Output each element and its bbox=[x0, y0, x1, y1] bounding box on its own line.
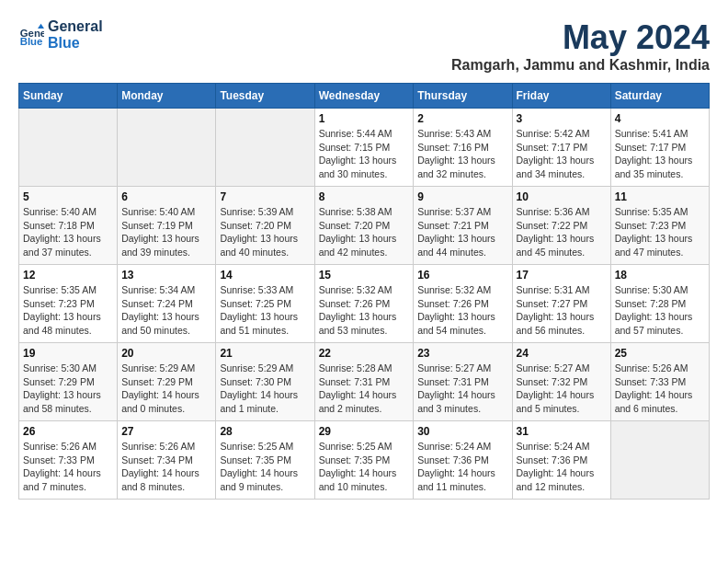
week-row-1: 1Sunrise: 5:44 AMSunset: 7:15 PMDaylight… bbox=[19, 109, 710, 187]
calendar-cell bbox=[610, 421, 709, 500]
day-info: Sunrise: 5:24 AMSunset: 7:36 PMDaylight:… bbox=[517, 440, 607, 494]
calendar-cell: 30Sunrise: 5:24 AMSunset: 7:36 PMDayligh… bbox=[414, 421, 512, 500]
calendar-cell: 21Sunrise: 5:29 AMSunset: 7:30 PMDayligh… bbox=[216, 343, 314, 421]
calendar-cell: 22Sunrise: 5:28 AMSunset: 7:31 PMDayligh… bbox=[314, 343, 414, 421]
calendar-cell: 29Sunrise: 5:25 AMSunset: 7:35 PMDayligh… bbox=[314, 421, 414, 500]
page-header: General Blue General Blue May 2024 Ramga… bbox=[18, 18, 710, 74]
calendar-cell: 26Sunrise: 5:26 AMSunset: 7:33 PMDayligh… bbox=[19, 421, 118, 500]
week-row-2: 5Sunrise: 5:40 AMSunset: 7:18 PMDaylight… bbox=[19, 187, 710, 265]
location-title: Ramgarh, Jammu and Kashmir, India bbox=[451, 57, 710, 74]
calendar-cell: 7Sunrise: 5:39 AMSunset: 7:20 PMDaylight… bbox=[216, 187, 314, 265]
month-year-title: May 2024 bbox=[451, 18, 710, 57]
day-info: Sunrise: 5:26 AMSunset: 7:34 PMDaylight:… bbox=[121, 440, 211, 494]
day-number: 10 bbox=[517, 190, 607, 203]
calendar-cell: 24Sunrise: 5:27 AMSunset: 7:32 PMDayligh… bbox=[512, 343, 610, 421]
day-number: 12 bbox=[23, 269, 113, 282]
day-number: 7 bbox=[220, 190, 310, 203]
day-info: Sunrise: 5:39 AMSunset: 7:20 PMDaylight:… bbox=[220, 205, 310, 259]
calendar-cell: 17Sunrise: 5:31 AMSunset: 7:27 PMDayligh… bbox=[512, 265, 610, 343]
day-info: Sunrise: 5:24 AMSunset: 7:36 PMDaylight:… bbox=[417, 440, 507, 494]
day-info: Sunrise: 5:32 AMSunset: 7:26 PMDaylight:… bbox=[417, 283, 507, 338]
day-info: Sunrise: 5:25 AMSunset: 7:35 PMDaylight:… bbox=[319, 440, 410, 494]
weekday-header-saturday: Saturday bbox=[610, 84, 709, 109]
svg-marker-2 bbox=[38, 23, 44, 28]
calendar-cell bbox=[19, 109, 118, 187]
day-number: 19 bbox=[23, 347, 113, 360]
day-number: 11 bbox=[615, 190, 705, 203]
weekday-header-tuesday: Tuesday bbox=[216, 84, 314, 109]
calendar-cell: 13Sunrise: 5:34 AMSunset: 7:24 PMDayligh… bbox=[118, 265, 216, 343]
day-number: 15 bbox=[319, 269, 410, 282]
day-info: Sunrise: 5:43 AMSunset: 7:16 PMDaylight:… bbox=[417, 127, 507, 181]
day-number: 14 bbox=[220, 269, 310, 282]
day-number: 3 bbox=[517, 112, 607, 125]
logo-line1: General bbox=[48, 18, 103, 35]
day-number: 18 bbox=[615, 269, 705, 282]
day-info: Sunrise: 5:30 AMSunset: 7:29 PMDaylight:… bbox=[23, 362, 113, 416]
day-number: 21 bbox=[220, 347, 310, 360]
calendar-cell: 16Sunrise: 5:32 AMSunset: 7:26 PMDayligh… bbox=[414, 265, 512, 343]
day-number: 2 bbox=[417, 112, 507, 125]
calendar-cell: 15Sunrise: 5:32 AMSunset: 7:26 PMDayligh… bbox=[314, 265, 414, 343]
calendar-cell: 9Sunrise: 5:37 AMSunset: 7:21 PMDaylight… bbox=[414, 187, 512, 265]
calendar-cell: 5Sunrise: 5:40 AMSunset: 7:18 PMDaylight… bbox=[19, 187, 118, 265]
day-info: Sunrise: 5:37 AMSunset: 7:21 PMDaylight:… bbox=[417, 205, 507, 259]
calendar-cell: 28Sunrise: 5:25 AMSunset: 7:35 PMDayligh… bbox=[216, 421, 314, 500]
calendar-cell: 4Sunrise: 5:41 AMSunset: 7:17 PMDaylight… bbox=[610, 109, 709, 187]
day-info: Sunrise: 5:26 AMSunset: 7:33 PMDaylight:… bbox=[23, 440, 113, 494]
day-info: Sunrise: 5:40 AMSunset: 7:19 PMDaylight:… bbox=[121, 205, 211, 259]
day-number: 13 bbox=[121, 269, 211, 282]
day-number: 6 bbox=[121, 190, 211, 203]
calendar-cell: 18Sunrise: 5:30 AMSunset: 7:28 PMDayligh… bbox=[610, 265, 709, 343]
calendar-cell: 3Sunrise: 5:42 AMSunset: 7:17 PMDaylight… bbox=[512, 109, 610, 187]
day-info: Sunrise: 5:33 AMSunset: 7:25 PMDaylight:… bbox=[220, 283, 310, 338]
calendar-cell: 6Sunrise: 5:40 AMSunset: 7:19 PMDaylight… bbox=[118, 187, 216, 265]
weekday-header-wednesday: Wednesday bbox=[314, 84, 414, 109]
weekday-header-row: SundayMondayTuesdayWednesdayThursdayFrid… bbox=[19, 84, 710, 109]
calendar-cell bbox=[118, 109, 216, 187]
day-info: Sunrise: 5:38 AMSunset: 7:20 PMDaylight:… bbox=[319, 205, 410, 259]
day-number: 26 bbox=[23, 425, 113, 438]
calendar-cell: 14Sunrise: 5:33 AMSunset: 7:25 PMDayligh… bbox=[216, 265, 314, 343]
calendar-cell: 31Sunrise: 5:24 AMSunset: 7:36 PMDayligh… bbox=[512, 421, 610, 500]
day-info: Sunrise: 5:26 AMSunset: 7:33 PMDaylight:… bbox=[615, 362, 705, 416]
day-info: Sunrise: 5:44 AMSunset: 7:15 PMDaylight:… bbox=[319, 127, 410, 181]
day-number: 28 bbox=[220, 425, 310, 438]
day-number: 29 bbox=[319, 425, 410, 438]
day-number: 27 bbox=[121, 425, 211, 438]
day-info: Sunrise: 5:36 AMSunset: 7:22 PMDaylight:… bbox=[517, 205, 607, 259]
day-number: 24 bbox=[517, 347, 607, 360]
day-info: Sunrise: 5:27 AMSunset: 7:31 PMDaylight:… bbox=[417, 362, 507, 416]
calendar-cell: 1Sunrise: 5:44 AMSunset: 7:15 PMDaylight… bbox=[314, 109, 414, 187]
week-row-3: 12Sunrise: 5:35 AMSunset: 7:23 PMDayligh… bbox=[19, 265, 710, 343]
day-number: 1 bbox=[319, 112, 410, 125]
calendar-cell: 23Sunrise: 5:27 AMSunset: 7:31 PMDayligh… bbox=[414, 343, 512, 421]
calendar-cell: 2Sunrise: 5:43 AMSunset: 7:16 PMDaylight… bbox=[414, 109, 512, 187]
day-info: Sunrise: 5:30 AMSunset: 7:28 PMDaylight:… bbox=[615, 283, 705, 338]
day-info: Sunrise: 5:28 AMSunset: 7:31 PMDaylight:… bbox=[319, 362, 410, 416]
day-info: Sunrise: 5:31 AMSunset: 7:27 PMDaylight:… bbox=[517, 283, 607, 338]
day-info: Sunrise: 5:35 AMSunset: 7:23 PMDaylight:… bbox=[23, 283, 113, 338]
day-info: Sunrise: 5:29 AMSunset: 7:30 PMDaylight:… bbox=[220, 362, 310, 416]
calendar-cell: 25Sunrise: 5:26 AMSunset: 7:33 PMDayligh… bbox=[610, 343, 709, 421]
week-row-5: 26Sunrise: 5:26 AMSunset: 7:33 PMDayligh… bbox=[19, 421, 710, 500]
weekday-header-friday: Friday bbox=[512, 84, 610, 109]
calendar-cell: 19Sunrise: 5:30 AMSunset: 7:29 PMDayligh… bbox=[19, 343, 118, 421]
day-info: Sunrise: 5:29 AMSunset: 7:29 PMDaylight:… bbox=[121, 362, 211, 416]
logo-icon: General Blue bbox=[18, 22, 44, 48]
calendar-table: SundayMondayTuesdayWednesdayThursdayFrid… bbox=[18, 83, 710, 500]
calendar-cell: 11Sunrise: 5:35 AMSunset: 7:23 PMDayligh… bbox=[610, 187, 709, 265]
day-info: Sunrise: 5:41 AMSunset: 7:17 PMDaylight:… bbox=[615, 127, 705, 181]
day-info: Sunrise: 5:27 AMSunset: 7:32 PMDaylight:… bbox=[517, 362, 607, 416]
day-number: 25 bbox=[615, 347, 705, 360]
logo-line2: Blue bbox=[48, 35, 103, 52]
day-number: 8 bbox=[319, 190, 410, 203]
day-info: Sunrise: 5:40 AMSunset: 7:18 PMDaylight:… bbox=[23, 205, 113, 259]
day-info: Sunrise: 5:34 AMSunset: 7:24 PMDaylight:… bbox=[121, 283, 211, 338]
day-info: Sunrise: 5:35 AMSunset: 7:23 PMDaylight:… bbox=[615, 205, 705, 259]
day-number: 4 bbox=[615, 112, 705, 125]
day-number: 16 bbox=[417, 269, 507, 282]
day-number: 22 bbox=[319, 347, 410, 360]
day-number: 30 bbox=[417, 425, 507, 438]
title-block: May 2024 Ramgarh, Jammu and Kashmir, Ind… bbox=[451, 18, 710, 74]
